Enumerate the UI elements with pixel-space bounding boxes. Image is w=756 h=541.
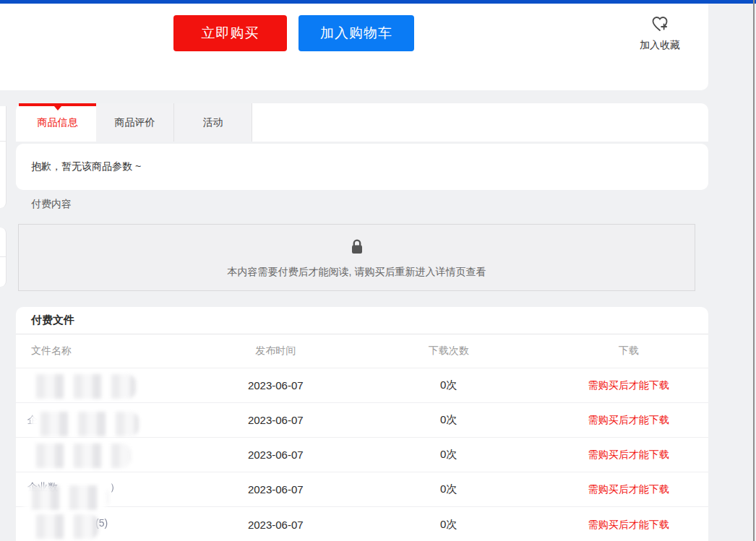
publish-date: 2023-06-07 (203, 519, 348, 531)
publish-date: 2023-06-07 (203, 414, 348, 426)
download-count: 0次 (348, 413, 549, 427)
download-requires-purchase-link[interactable]: 需购买后才能下载 (588, 483, 669, 495)
files-table-header: 文件名称 发布时间 下载次数 下载 (16, 334, 708, 368)
file-name-redacted: 企业数 ） (16, 472, 203, 506)
heart-plus-icon (649, 14, 671, 37)
tab-label: 活动 (203, 116, 223, 129)
redaction-smudge (30, 412, 139, 436)
table-row: 企 2023-06-07 0次 需购买后才能下载 (16, 403, 708, 438)
download-requires-purchase-link[interactable]: 需购买后才能下载 (588, 414, 669, 425)
download-requires-purchase-link[interactable]: 需购买后才能下载 (588, 519, 669, 530)
lock-icon (348, 238, 366, 259)
add-to-favorites-button[interactable]: 加入收藏 (627, 14, 692, 56)
window-edge-line (753, 0, 755, 541)
buy-now-button[interactable]: 立即购买 (173, 15, 287, 51)
file-name-fragment: ） (110, 481, 120, 494)
active-tab-indicator (19, 103, 96, 106)
header-download: 下载 (549, 345, 708, 358)
tab-activities[interactable]: 活动 (174, 103, 252, 142)
publish-date: 2023-06-07 (203, 449, 348, 461)
table-row: (5) 2023-06-07 0次 需购买后才能下载 (16, 507, 708, 541)
download-count: 0次 (348, 518, 549, 532)
download-requires-purchase-link[interactable]: 需购买后才能下载 (588, 449, 669, 460)
tab-label: 商品评价 (115, 116, 155, 129)
table-row: 企业数 ） 2023-06-07 0次 需购买后才能下载 (16, 472, 708, 507)
table-row: 2023-06-07 0次 需购买后才能下载 (16, 368, 708, 403)
left-panel-fragment (0, 228, 7, 287)
file-name-redacted (16, 368, 203, 402)
download-count: 0次 (348, 448, 549, 462)
redaction-smudge (26, 443, 131, 468)
add-to-cart-button[interactable]: 加入购物车 (298, 15, 414, 51)
file-name-redacted (16, 438, 203, 472)
redaction-smudge (26, 514, 98, 539)
paid-content-section-label: 付费内容 (31, 198, 72, 211)
file-name-redacted: (5) (16, 507, 203, 541)
tab-label: 商品信息 (38, 116, 78, 129)
header-publish-time: 发布时间 (203, 345, 348, 358)
product-detail-page: 立即购买 加入购物车 加入收藏 商品信息 商品评价 活动 (0, 0, 756, 541)
download-count: 0次 (348, 378, 549, 392)
publish-date: 2023-06-07 (203, 379, 348, 391)
paid-files-card: 付费文件 文件名称 发布时间 下载次数 下载 2023-06-07 0次 需购买… (16, 307, 708, 541)
download-requires-purchase-link[interactable]: 需购买后才能下载 (588, 379, 669, 391)
redaction-smudge (22, 485, 108, 510)
locked-content-box: 本内容需要付费后才能阅读, 请购买后重新进入详情页查看 (18, 224, 695, 291)
table-row: 2023-06-07 0次 需购买后才能下载 (16, 438, 708, 472)
file-name-redacted: 企 (16, 403, 203, 437)
add-to-favorites-label: 加入收藏 (640, 39, 680, 52)
detail-tabbar: 商品信息 商品评价 活动 (16, 103, 708, 142)
tab-product-info[interactable]: 商品信息 (19, 103, 96, 142)
redaction-smudge (26, 374, 136, 399)
locked-content-message: 本内容需要付费后才能阅读, 请购买后重新进入详情页查看 (228, 266, 486, 279)
left-panel-fragment (0, 106, 7, 208)
tab-product-reviews[interactable]: 商品评价 (96, 103, 174, 142)
no-params-text: 抱歉，暂无该商品参数 ~ (31, 160, 141, 173)
paid-files-title: 付费文件 (16, 307, 708, 334)
download-count: 0次 (348, 482, 549, 496)
header-file-name: 文件名称 (16, 334, 203, 368)
no-params-notice: 抱歉，暂无该商品参数 ~ (16, 144, 708, 190)
purchase-action-bar: 立即购买 加入购物车 加入收藏 (0, 4, 708, 90)
publish-date: 2023-06-07 (203, 483, 348, 495)
header-download-count: 下载次数 (348, 345, 549, 358)
